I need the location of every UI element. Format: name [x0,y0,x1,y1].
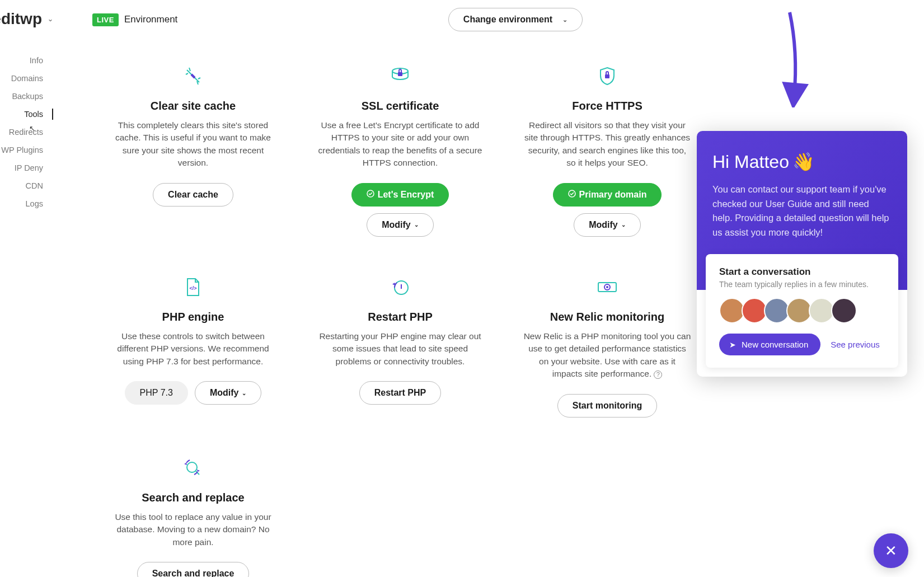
brand[interactable]: editwp ⌄ [0,10,53,28]
see-previous-link[interactable]: See previous [831,340,880,349]
chat-close-fab[interactable]: ✕ [874,533,908,568]
button-label: Search and replace [152,569,234,577]
ssl-secondary-button[interactable]: Modify⌄ [367,213,434,237]
chat-greeting: Hi Matteo 👋 [712,151,892,172]
tool-title: Search and replace [142,491,244,504]
tool-newrelic: New Relic monitoringNew Relic is a PHP m… [506,276,708,417]
chat-panel: Hi Matteo 👋 You can contact our support … [697,131,907,377]
cache-secondary-button[interactable]: Clear cache [153,183,233,207]
info-icon[interactable]: ? [654,370,662,379]
button-label: Restart PHP [374,388,426,398]
change-env-label: Change environment [463,15,552,25]
chat-card-title: Start a conversation [719,266,885,278]
support-avatars [719,298,885,323]
button-label: Clear cache [168,190,218,200]
svg-text:</>: </> [189,285,196,291]
svg-point-10 [187,462,197,472]
tool-actions: PHP 7.3Modify⌄ [125,381,262,405]
sidebar-item-wp-plugins[interactable]: WP Plugins [0,141,53,159]
chat-card: Start a conversation The team typically … [706,254,898,368]
search-icon [182,457,204,479]
chevron-down-icon: ⌄ [242,390,246,396]
button-label: Start monitoring [573,401,642,411]
tool-title: Restart PHP [368,311,433,323]
tool-desc: Use this tool to replace any value in yo… [109,511,277,548]
tool-desc: Restarting your PHP engine may clear out… [316,330,484,368]
sidebar-item-tools[interactable]: Tools [0,105,53,123]
tool-restart: Restart PHPRestarting your PHP engine ma… [299,276,501,417]
tool-title: SSL certificate [362,100,439,112]
tools-grid: Clear site cacheThis completely clears t… [92,65,714,577]
chat-greeting-text: Hi Matteo [712,152,789,172]
tool-actions: Start monitoring [557,394,657,417]
chevron-down-icon: ⌄ [621,222,626,228]
tool-title: New Relic monitoring [550,311,664,323]
change-environment-button[interactable]: Change environment ⌄ [448,8,583,31]
tool-title: Force HTTPS [572,100,642,112]
tool-desc: New Relic is a PHP monitoring tool you c… [523,330,691,381]
php-icon: </> [182,276,204,298]
chevron-down-icon: ⌄ [562,16,567,24]
sidebar-nav: InfoDomainsBackupsToolsRedirectsWP Plugi… [0,51,53,213]
tool-cache: Clear site cacheThis completely clears t… [92,65,294,237]
close-icon: ✕ [885,542,897,560]
sidebar-item-domains[interactable]: Domains [0,69,53,87]
chat-card-sub: The team typically replies in a few minu… [719,280,885,289]
new-conv-label: New conversation [742,340,808,349]
search-secondary-button[interactable]: Search and replace [137,562,250,577]
tool-https: Force HTTPSRedirect all visitors so that… [506,65,708,237]
live-badge: LIVE [92,13,119,26]
cache-icon [182,65,204,87]
send-icon [729,340,736,349]
check-icon [568,190,576,200]
tool-desc: Redirect all visitors so that they visit… [523,119,691,170]
chevron-down-icon: ⌄ [48,15,53,23]
sidebar-item-logs[interactable]: Logs [0,195,53,213]
button-label: Modify [589,220,618,230]
svg-rect-3 [605,74,609,78]
tool-php: </>PHP engineUse these controls to switc… [92,276,294,417]
sidebar-item-info[interactable]: Info [0,51,53,69]
sidebar-item-cdn[interactable]: CDN [0,177,53,195]
restart-icon [389,276,411,298]
tool-actions: Search and replace [137,562,250,577]
tool-actions: Let's EncryptModify⌄ [351,183,449,237]
new-conversation-button[interactable]: New conversation [719,334,820,355]
https-secondary-button[interactable]: Modify⌄ [574,213,641,237]
sidebar-item-backups[interactable]: Backups [0,87,53,105]
tool-desc: Use a free Let's Encrypt certificate to … [316,119,484,170]
sidebar-item-ip-deny[interactable]: IP Deny [0,159,53,177]
chevron-down-icon: ⌄ [414,222,419,228]
tool-ssl: SSL certificateUse a free Let's Encrypt … [299,65,501,237]
tool-actions: Clear cache [153,183,233,207]
brand-text: editwp [0,10,42,28]
tool-desc: This completely clears this site's store… [109,119,277,170]
tool-title: Clear site cache [151,100,236,112]
php-version-pill: PHP 7.3 [125,381,188,405]
tool-actions: Restart PHP [359,381,441,405]
tool-title: PHP engine [162,311,224,323]
newrelic-icon [596,276,618,298]
tool-actions: Primary domainModify⌄ [553,183,662,237]
tool-desc: Use these controls to switch between dif… [109,330,277,368]
sidebar-item-redirects[interactable]: Redirects [0,123,53,141]
button-label: Primary domain [579,190,647,200]
newrelic-secondary-button[interactable]: Start monitoring [557,394,657,417]
tool-search: Search and replaceUse this tool to repla… [92,457,294,577]
https-icon [596,65,618,87]
button-label: Let's Encrypt [378,190,434,200]
check-icon [367,190,374,200]
button-label: Modify [210,388,239,398]
wave-icon: 👋 [792,151,815,172]
environment-label: Environment [124,14,177,25]
restart-secondary-button[interactable]: Restart PHP [359,381,441,405]
svg-rect-1 [398,72,402,76]
svg-point-9 [606,286,608,288]
support-avatar [831,298,857,323]
https-primary-button[interactable]: Primary domain [553,183,662,207]
button-label: Modify [382,220,411,230]
chat-subtitle: You can contact our support team if you'… [712,182,892,240]
ssl-icon [389,65,411,87]
ssl-primary-button[interactable]: Let's Encrypt [351,183,449,207]
php-secondary-button[interactable]: Modify⌄ [195,381,262,405]
